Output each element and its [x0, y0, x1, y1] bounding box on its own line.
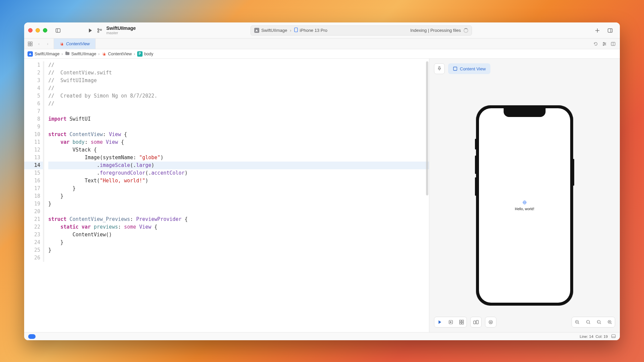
device-settings-button[interactable] — [471, 317, 481, 327]
svg-point-38 — [586, 320, 589, 323]
code-line[interactable]: // — [48, 61, 429, 69]
code-line[interactable]: // Created by Simon Ng on 8/7/2022. — [48, 92, 429, 100]
swift-icon — [102, 52, 106, 56]
toggle-navigator-button[interactable] — [53, 26, 63, 35]
svg-rect-10 — [28, 42, 30, 44]
swift-icon — [59, 42, 64, 46]
svg-line-36 — [578, 323, 579, 324]
jump-group-label: SwiftUIImage — [71, 52, 96, 56]
project-title[interactable]: SwiftUIImage master — [106, 25, 136, 35]
svg-point-33 — [489, 320, 493, 324]
scheme-label: SwiftUIImage — [261, 28, 287, 33]
code-line[interactable]: } — [48, 246, 429, 254]
svg-rect-22 — [453, 67, 457, 71]
code-line[interactable] — [48, 208, 429, 216]
line-number: 26 — [24, 254, 44, 262]
svg-rect-8 — [608, 28, 612, 32]
svg-rect-31 — [474, 321, 476, 324]
adjust-editor-button[interactable] — [600, 40, 608, 48]
variants-button[interactable] — [456, 317, 467, 327]
code-line[interactable]: } — [48, 185, 429, 192]
line-number: 24 — [24, 239, 44, 246]
zoom-button[interactable] — [43, 28, 47, 33]
scrollbar[interactable] — [426, 61, 428, 195]
line-number: 23 — [24, 231, 44, 239]
preview-selector[interactable]: Content View — [448, 63, 490, 74]
toggle-inspector-button[interactable] — [605, 26, 615, 35]
code-line[interactable]: // — [48, 100, 429, 108]
code-line[interactable]: Image(systemName: "globe") — [48, 154, 429, 162]
preview-canvas[interactable]: Hello, world! — [429, 79, 620, 332]
code-line[interactable] — [48, 108, 429, 115]
filter-indicator[interactable] — [28, 334, 36, 339]
phone-frame: Hello, world! — [476, 105, 573, 306]
code-line[interactable]: .imageScale(.large) — [48, 162, 429, 169]
run-button[interactable] — [86, 26, 95, 35]
line-number: 10 — [24, 131, 44, 138]
svg-point-4 — [100, 29, 102, 31]
add-button[interactable] — [593, 26, 602, 35]
code-line[interactable]: struct ContentView: View { — [48, 131, 429, 138]
code-line[interactable]: var body: some View { — [48, 138, 429, 146]
tab-bar: ‹ › ContentView — [24, 39, 620, 49]
phone-screen: Hello, world! — [479, 108, 570, 303]
code-line[interactable]: } — [48, 192, 429, 200]
line-number: 1 — [24, 61, 44, 69]
device-icon — [294, 27, 298, 33]
add-editor-button[interactable] — [609, 40, 617, 48]
main-area: 1234567891011121314151617181920212223242… — [24, 59, 620, 332]
line-number: 6 — [24, 100, 44, 108]
line-number: 21 — [24, 216, 44, 223]
chevron-right-icon: › — [289, 28, 292, 33]
svg-rect-11 — [31, 42, 32, 44]
svg-rect-29 — [460, 322, 461, 324]
zoom-in-button[interactable] — [604, 317, 615, 327]
code-line[interactable]: import SwiftUI — [48, 115, 429, 123]
code-line[interactable]: Text("Hello, world!") — [48, 177, 429, 185]
svg-point-19 — [603, 45, 604, 46]
code-line[interactable]: ContentView() — [48, 231, 429, 239]
nav-forward-button[interactable]: › — [44, 40, 52, 48]
status-bar: Line: 14 Col: 19 — [24, 332, 620, 340]
code-line[interactable]: // ContentView.swift — [48, 69, 429, 77]
svg-point-3 — [98, 31, 99, 33]
code-line[interactable]: // — [48, 84, 429, 92]
zoom-out-button[interactable] — [572, 317, 583, 327]
preview-settings-button[interactable] — [485, 317, 496, 327]
line-number: 18 — [24, 192, 44, 200]
live-preview-button[interactable] — [434, 317, 445, 327]
xcode-window: SwiftUIImage master SwiftUIImage › iPhon… — [24, 22, 620, 340]
preview-chip-label: Content View — [460, 66, 486, 71]
code-line[interactable]: static var previews: some View { — [48, 223, 429, 231]
code-editor[interactable]: //// ContentView.swift// SwiftUIImage///… — [44, 59, 429, 332]
minimize-button[interactable] — [36, 28, 40, 33]
related-items-button[interactable] — [26, 40, 34, 48]
code-editor-pane[interactable]: 1234567891011121314151617181920212223242… — [24, 59, 429, 332]
code-line[interactable]: struct ContentView_Previews: PreviewProv… — [48, 216, 429, 223]
code-line[interactable] — [48, 123, 429, 131]
nav-back-button[interactable]: ‹ — [35, 40, 43, 48]
svg-line-41 — [600, 323, 601, 324]
source-control-button[interactable] — [95, 26, 104, 35]
tab-contentview[interactable]: ContentView — [54, 39, 96, 49]
zoom-100-button[interactable]: 1 — [593, 317, 604, 327]
code-line[interactable]: } — [48, 200, 429, 208]
scheme-app-icon — [254, 28, 259, 33]
code-line[interactable]: // SwiftUIImage — [48, 77, 429, 84]
preview-mode-group — [434, 317, 467, 327]
code-line[interactable]: VStack { — [48, 146, 429, 154]
svg-point-34 — [490, 321, 491, 323]
refresh-button[interactable] — [592, 40, 600, 48]
selectable-preview-button[interactable] — [445, 317, 456, 327]
line-number: 20 — [24, 208, 44, 216]
window-traffic-lights — [28, 28, 47, 33]
minimap-toggle-button[interactable] — [611, 334, 616, 339]
zoom-fit-button[interactable] — [583, 317, 593, 327]
activity-bar[interactable]: SwiftUIImage › iPhone 13 Pro Indexing | … — [251, 25, 472, 36]
pin-preview-button[interactable] — [434, 63, 445, 74]
code-line[interactable] — [48, 254, 429, 262]
close-button[interactable] — [28, 28, 33, 33]
jump-bar[interactable]: SwiftUIImage › SwiftUIImage › ContentVie… — [24, 49, 620, 59]
code-line[interactable]: } — [48, 239, 429, 246]
code-line[interactable]: .foregroundColor(.accentColor) — [48, 169, 429, 177]
